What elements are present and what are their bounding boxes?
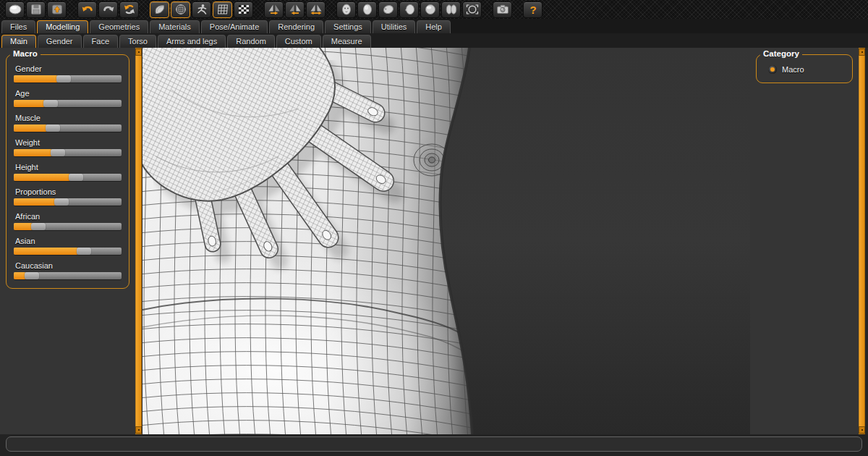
tab-geometries[interactable]: Geometries xyxy=(90,20,148,33)
height-slider-handle[interactable] xyxy=(69,174,83,181)
caucasian-slider[interactable] xyxy=(14,272,122,279)
3d-viewport[interactable] xyxy=(142,48,750,434)
wireframe-view-button[interactable] xyxy=(171,1,190,18)
gender-slider[interactable] xyxy=(14,75,122,83)
subdivide-view-button[interactable] xyxy=(234,1,253,18)
scrollbar-down-button[interactable] xyxy=(135,426,142,434)
tab-materials[interactable]: Materials xyxy=(150,20,200,33)
subtab-main[interactable]: Main xyxy=(1,35,36,48)
african-slider-handle[interactable] xyxy=(31,223,46,230)
sub-tab-bar: MainGenderFaceTorsoArms and legsRandomCu… xyxy=(0,33,868,48)
grid-view-button[interactable] xyxy=(213,1,232,18)
right-panel-scrollbar[interactable] xyxy=(859,48,865,434)
tab-utilities[interactable]: Utilities xyxy=(373,20,415,33)
head-back-icon xyxy=(360,4,375,15)
help-button[interactable]: ? xyxy=(523,1,542,18)
view-three-quarter-button[interactable] xyxy=(378,1,398,18)
tab-label: Measure xyxy=(331,37,362,46)
subtab-gender[interactable]: Gender xyxy=(38,35,82,48)
subtab-torso[interactable]: Torso xyxy=(119,35,156,48)
toolbar-separator xyxy=(67,0,77,19)
svg-text:?: ? xyxy=(529,4,536,15)
scrollbar-up-button[interactable] xyxy=(135,48,142,56)
tab-label: Face xyxy=(92,37,109,46)
face-front-icon xyxy=(339,4,354,15)
redo-arrow-icon xyxy=(101,4,116,15)
view-dual-button[interactable] xyxy=(441,1,461,18)
save-button[interactable] xyxy=(26,1,46,18)
asian-slider-handle[interactable] xyxy=(77,248,91,255)
tab-files[interactable]: Files xyxy=(1,20,35,33)
pose-figure-icon xyxy=(195,4,209,15)
view-front-button[interactable] xyxy=(336,1,356,18)
content-area: Macro GenderAgeMuscleWeightHeightProport… xyxy=(0,48,868,434)
screenshot-button[interactable] xyxy=(493,1,512,18)
slider-row-proportions: Proportions xyxy=(14,187,122,206)
toolbar-separator xyxy=(482,0,492,19)
category-option-macro[interactable]: Macro xyxy=(764,64,845,80)
tab-rendering[interactable]: Rendering xyxy=(269,20,323,33)
slider-row-african: African xyxy=(14,212,122,230)
load-button[interactable] xyxy=(47,1,67,18)
tab-modelling[interactable]: Modelling xyxy=(37,20,88,33)
subtab-measure[interactable]: Measure xyxy=(323,35,371,48)
new-mesh-button[interactable] xyxy=(5,1,25,18)
tab-label: Arms and legs xyxy=(166,37,217,46)
proportions-slider[interactable] xyxy=(14,198,122,206)
slider-row-gender: Gender xyxy=(14,64,122,83)
symmetry-left-button[interactable] xyxy=(285,1,305,18)
tab-pose-animate[interactable]: Pose/Animate xyxy=(201,20,268,33)
reload-button[interactable] xyxy=(119,1,139,18)
smooth-view-button[interactable] xyxy=(150,1,169,18)
view-top-button[interactable] xyxy=(420,1,440,18)
subtab-random[interactable]: Random xyxy=(227,35,275,48)
tab-label: Random xyxy=(236,37,266,46)
symmetry-both-button[interactable] xyxy=(306,1,326,18)
main-tab-bar: FilesModellingGeometriesMaterialsPose/An… xyxy=(0,19,868,33)
gender-slider-handle[interactable] xyxy=(56,75,71,83)
age-slider[interactable] xyxy=(14,100,122,107)
slider-fill xyxy=(14,248,77,255)
height-slider[interactable] xyxy=(14,174,122,181)
muscle-slider[interactable] xyxy=(14,124,122,132)
left-panel-scrollbar[interactable] xyxy=(135,48,142,434)
slider-row-asian: Asian xyxy=(14,237,122,255)
african-slider[interactable] xyxy=(14,223,122,230)
subtab-custom[interactable]: Custom xyxy=(276,35,321,48)
weight-slider-handle[interactable] xyxy=(51,149,65,156)
wireframe-globe-icon xyxy=(174,4,188,15)
view-profile-button[interactable] xyxy=(399,1,419,18)
weight-slider[interactable] xyxy=(14,149,122,156)
subtab-arms-and-legs[interactable]: Arms and legs xyxy=(158,35,226,48)
reset-view-button[interactable] xyxy=(462,1,482,18)
caucasian-slider-handle[interactable] xyxy=(25,272,39,279)
slider-fill xyxy=(14,272,25,279)
asian-slider[interactable] xyxy=(14,248,122,255)
scrollbar-down-button[interactable] xyxy=(859,426,865,434)
tab-label: Files xyxy=(10,22,27,31)
slider-label: African xyxy=(15,212,122,221)
age-slider-handle[interactable] xyxy=(43,100,58,107)
pose-view-button[interactable] xyxy=(192,1,211,18)
muscle-slider-handle[interactable] xyxy=(46,124,60,132)
category-group-title: Category xyxy=(760,49,802,58)
redo-button[interactable] xyxy=(98,1,118,18)
scrollbar-up-button[interactable] xyxy=(859,48,865,56)
left-settings-panel: Macro GenderAgeMuscleWeightHeightProport… xyxy=(0,48,135,434)
sphere-icon xyxy=(423,4,438,15)
proportions-slider-handle[interactable] xyxy=(54,198,69,206)
grid-icon xyxy=(216,4,230,15)
undo-button[interactable] xyxy=(77,1,97,18)
subtab-face[interactable]: Face xyxy=(83,35,118,48)
macro-group-title: Macro xyxy=(10,49,41,58)
toolbar: ? xyxy=(0,0,868,19)
slider-label: Asian xyxy=(15,237,122,245)
floppy-icon xyxy=(29,4,43,15)
symmetry-right-button[interactable] xyxy=(264,1,284,18)
makehuman-window: ? FilesModellingGeometriesMaterialsPose/… xyxy=(0,0,868,456)
view-back-button[interactable] xyxy=(357,1,377,18)
tab-settings[interactable]: Settings xyxy=(325,20,371,33)
slider-label: Proportions xyxy=(15,187,122,196)
tab-help[interactable]: Help xyxy=(417,20,451,33)
symmetry-left-icon xyxy=(288,4,302,15)
